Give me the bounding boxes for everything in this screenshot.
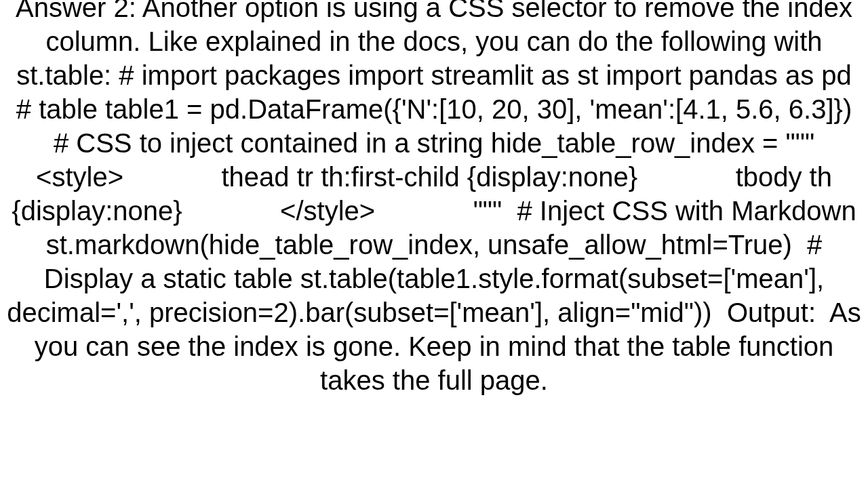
answer-text: Answer 2: Another option is using a CSS … bbox=[4, 0, 864, 397]
document-body: Answer 2: Another option is using a CSS … bbox=[0, 0, 868, 488]
